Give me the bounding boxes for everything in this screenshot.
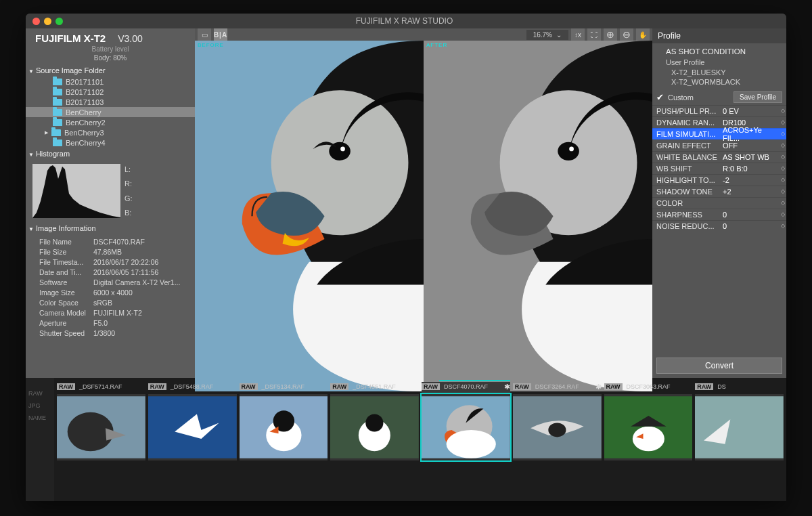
zoom-select[interactable]: 16.7% <box>526 30 568 40</box>
thumbnail[interactable]: RAWDSCF4070.RAF✱ <box>422 382 510 460</box>
info-row: Camera ModelFUJIFILM X-T2 <box>39 308 194 318</box>
stepper-icon[interactable] <box>781 213 784 217</box>
folder-label: BenCherry4 <box>66 139 106 147</box>
raw-badge: RAW <box>604 383 623 390</box>
folder-icon <box>51 129 61 136</box>
save-profile-button[interactable]: Save Profile <box>734 91 782 103</box>
stepper-icon[interactable] <box>781 201 784 205</box>
thumb-filename: DSCF3063.RAF <box>627 383 671 390</box>
thumbnail[interactable]: RAW_DSF5488.RAF <box>148 382 237 460</box>
filter-jpg[interactable]: JPG <box>28 402 41 409</box>
sidebar: FUJIFILM X-T2 V3.00 Battery level Body: … <box>26 28 195 378</box>
thumb-image <box>604 394 693 460</box>
setting-row[interactable]: WHITE BALANCEAS SHOT WB <box>652 151 786 163</box>
view-before-after-button[interactable]: B|A <box>214 28 227 41</box>
stepper-icon[interactable] <box>781 190 784 194</box>
thumb-image <box>422 394 510 460</box>
battery-body: Body: 80% <box>26 54 195 64</box>
close-icon[interactable] <box>32 18 40 25</box>
after-preview[interactable]: AFTER <box>424 41 652 391</box>
info-row: File NameDSCF4070.RAF <box>39 237 194 247</box>
setting-row[interactable]: HIGHLIGHT TO...-2 <box>652 174 786 186</box>
thumb-filename: DS <box>717 383 726 390</box>
svg-point-7 <box>558 142 579 160</box>
thumb-image <box>240 394 328 460</box>
thumb-image <box>695 394 784 460</box>
folder-item[interactable]: BenCherry <box>26 107 195 117</box>
thumbnail[interactable]: RAWDS <box>695 382 784 460</box>
folder-icon <box>53 89 62 95</box>
folder-item[interactable]: BenCherry2 <box>26 117 195 127</box>
folder-item[interactable]: B20171102 <box>26 87 195 97</box>
filter-raw[interactable]: RAW <box>28 390 43 397</box>
folder-item[interactable]: BenCherry4 <box>26 137 195 148</box>
folder-item[interactable]: BenCherry3 <box>26 127 195 137</box>
app-window: FUJIFILM X RAW STUDIO FUJIFILM X-T2 V3.0… <box>26 14 786 501</box>
folder-item[interactable]: B20171101 <box>26 77 195 87</box>
setting-row[interactable]: PUSH/PULL PR...0 EV <box>652 105 786 116</box>
after-label: AFTER <box>426 42 447 48</box>
folder-label: BenCherry3 <box>64 129 104 137</box>
info-row: Date and Ti...2016/06/05 17:11:56 <box>39 267 194 278</box>
thumb-filename: _DSF5714.RAF <box>79 383 122 390</box>
thumb-filename: _DSF5134.RAF <box>262 383 305 390</box>
svg-marker-0 <box>32 165 120 218</box>
view-single-button[interactable]: ▭ <box>198 28 211 41</box>
thumb-image <box>330 394 419 460</box>
section-histogram[interactable]: Histogram <box>26 148 195 160</box>
folder-icon <box>53 119 62 126</box>
profile-panel: Profile AS SHOT CONDITION User Profile X… <box>652 28 786 378</box>
custom-label[interactable]: Custom <box>668 93 694 102</box>
svg-rect-25 <box>695 396 784 458</box>
filter-name[interactable]: NAME <box>28 414 46 421</box>
user-profile-item[interactable]: X-T2_WORMBLACK <box>666 77 780 87</box>
stepper-icon[interactable] <box>781 178 784 182</box>
panel-title: Profile <box>652 28 786 43</box>
setting-row[interactable]: SHARPNESS0 <box>652 209 786 220</box>
battery-level-label: Battery level <box>26 44 195 54</box>
reset-zoom-button[interactable]: ↕x <box>571 28 585 41</box>
stepper-icon[interactable] <box>781 155 784 159</box>
stepper-icon[interactable] <box>781 167 784 171</box>
zoom-out-button[interactable]: ⊖ <box>620 28 633 41</box>
thumbnail[interactable]: RAW_DSF4551.RAF <box>330 382 419 460</box>
folder-icon <box>53 139 62 146</box>
stepper-icon[interactable] <box>781 132 784 136</box>
maximize-icon[interactable] <box>55 18 63 25</box>
zoom-in-button[interactable]: ⊕ <box>604 28 617 41</box>
setting-row[interactable]: SHADOW TONE+2 <box>652 186 786 197</box>
info-row: SoftwareDigital Camera X-T2 Ver1... <box>39 278 194 288</box>
before-preview[interactable]: BEFORE <box>195 41 424 391</box>
folder-label: B20171101 <box>66 78 104 86</box>
setting-row[interactable]: COLOR <box>652 197 786 209</box>
stepper-icon[interactable] <box>781 224 784 228</box>
minimize-icon[interactable] <box>44 18 51 25</box>
setting-row[interactable]: GRAIN EFFECTOFF <box>652 139 786 151</box>
thumb-filename: DSCF4070.RAF <box>444 383 488 390</box>
folder-item[interactable]: B20171103 <box>26 97 195 107</box>
svg-point-8 <box>569 147 574 152</box>
thumbnail[interactable]: RAW_DSF5714.RAF <box>57 382 145 460</box>
thumbnail[interactable]: RAW_DSF5134.RAF <box>240 382 328 460</box>
convert-button[interactable]: Convert <box>656 358 782 374</box>
section-image-info[interactable]: Image Information <box>26 222 195 234</box>
stepper-icon[interactable] <box>781 109 784 113</box>
svg-point-20 <box>447 430 496 458</box>
thumbnail[interactable]: RAWDSCF3264.RAF✱ <box>513 382 602 460</box>
svg-point-17 <box>366 414 384 431</box>
info-row: File Timesta...2016/06/17 20:22:06 <box>39 257 194 267</box>
raw-badge: RAW <box>330 383 348 390</box>
setting-row[interactable]: NOISE REDUC...0 <box>652 220 786 230</box>
stepper-icon[interactable] <box>781 121 784 125</box>
setting-row[interactable]: FILM SIMULATI...ACROS+Ye FIL... <box>652 128 786 139</box>
thumbnail[interactable]: RAWDSCF3063.RAF <box>604 382 693 460</box>
section-source-folder[interactable]: Source Image Folder <box>26 64 195 77</box>
user-profile-item[interactable]: X-T2_BLUESKY <box>666 68 780 77</box>
info-row: Shutter Speed1/3800 <box>39 328 194 339</box>
setting-row[interactable]: WB SHIFTR:0 B:0 <box>652 163 786 174</box>
profile-as-shot[interactable]: AS SHOT CONDITION <box>666 46 780 57</box>
stepper-icon[interactable] <box>781 144 784 148</box>
fit-screen-button[interactable]: ⛶ <box>587 28 601 41</box>
pan-button[interactable]: ✋ <box>636 28 650 41</box>
folder-icon <box>53 109 62 116</box>
